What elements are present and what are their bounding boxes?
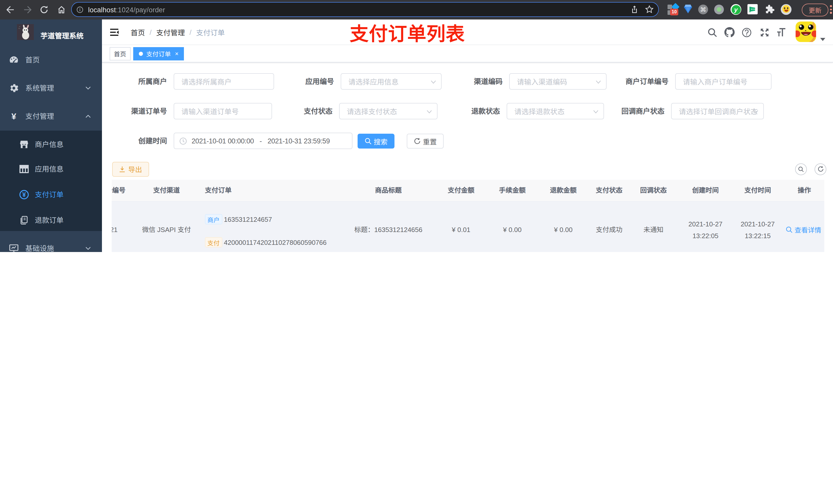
svg-text:¥: ¥ — [22, 191, 26, 198]
svg-text:¥: ¥ — [11, 112, 16, 121]
